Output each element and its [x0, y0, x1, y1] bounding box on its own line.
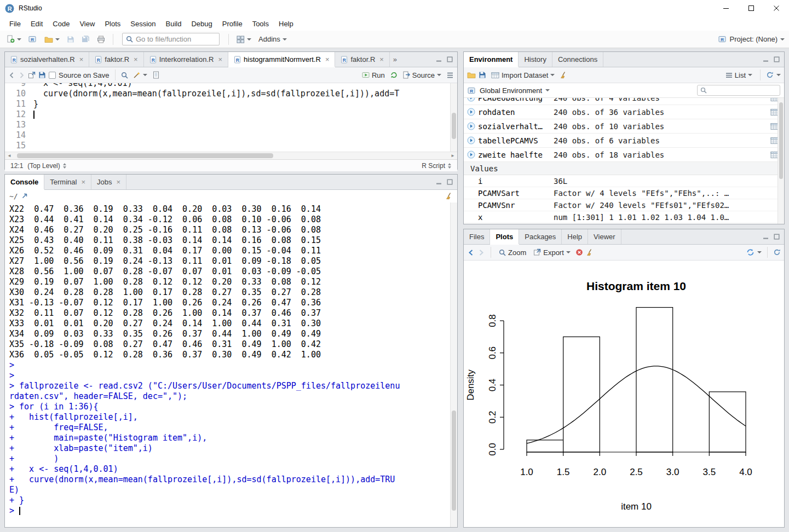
- run-button[interactable]: Run: [360, 70, 387, 80]
- open-file-button[interactable]: [42, 34, 62, 44]
- clear-objects-icon[interactable]: [560, 71, 567, 79]
- close-icon[interactable]: ×: [134, 55, 138, 63]
- close-icon[interactable]: ×: [379, 55, 384, 63]
- menu-debug[interactable]: Debug: [186, 18, 217, 30]
- env-object-pcamvsnr[interactable]: PCAMVSnrFactor w/ 240 levels "FEfs01","F…: [464, 199, 784, 211]
- minimize-button[interactable]: [713, 0, 739, 16]
- minimize-pane-icon[interactable]: [436, 56, 442, 62]
- chevron-down-icon[interactable]: [545, 89, 550, 91]
- close-icon[interactable]: ×: [81, 178, 85, 186]
- editor-horizontal-scrollbar[interactable]: ◄ ►: [5, 152, 457, 159]
- console-scrollbar[interactable]: [450, 203, 457, 527]
- env-object-zweite-haelfte[interactable]: zweite_haelfte240 obs. of 18 variables: [464, 148, 784, 162]
- source-on-save-checkbox[interactable]: [49, 72, 56, 79]
- tab-plots[interactable]: Plots: [490, 229, 519, 244]
- tab-history[interactable]: History: [519, 52, 552, 67]
- environment-scrollbar[interactable]: [778, 98, 784, 224]
- environment-search-box[interactable]: [697, 85, 780, 96]
- menu-tools[interactable]: Tools: [247, 18, 274, 30]
- tab-faktor-r[interactable]: Rfaktor.R×: [89, 52, 143, 67]
- env-object-i[interactable]: i36L: [464, 175, 784, 187]
- expand-icon[interactable]: [467, 108, 475, 116]
- tab-packages[interactable]: Packages: [519, 229, 562, 244]
- scroll-left-arrow[interactable]: ◄: [7, 152, 11, 160]
- compile-report-icon[interactable]: [152, 71, 160, 79]
- project-selector[interactable]: R Project: (None): [718, 35, 785, 43]
- minimize-pane-icon[interactable]: [763, 56, 769, 62]
- save-icon[interactable]: [38, 71, 46, 79]
- expand-icon[interactable]: [467, 151, 475, 159]
- code-editor[interactable]: 9 x <- seq(1,4,0.01)10 curve(dnorm(x,mea…: [5, 83, 457, 152]
- close-icon[interactable]: ×: [325, 55, 330, 63]
- addins-button[interactable]: Addins: [256, 34, 289, 44]
- tab-help[interactable]: Help: [562, 229, 588, 244]
- tab-faktor-r[interactable]: Rfaktor.R×: [335, 52, 389, 67]
- print-button[interactable]: [95, 34, 107, 44]
- chevron-down-icon[interactable]: [776, 74, 781, 76]
- popout-window-icon[interactable]: [28, 71, 36, 79]
- pane-layout-button[interactable]: [234, 34, 254, 44]
- save-workspace-icon[interactable]: [479, 71, 486, 79]
- close-icon[interactable]: ×: [116, 178, 120, 186]
- forward-icon[interactable]: [18, 72, 25, 79]
- expand-icon[interactable]: [467, 122, 475, 130]
- load-workspace-icon[interactable]: [467, 71, 476, 79]
- menu-help[interactable]: Help: [274, 18, 298, 30]
- menu-edit[interactable]: Edit: [26, 18, 48, 30]
- goto-file-box[interactable]: [122, 33, 220, 45]
- editor-vertical-scrollbar[interactable]: [450, 83, 457, 152]
- menu-session[interactable]: Session: [125, 18, 160, 30]
- code-tools-button[interactable]: [131, 70, 149, 80]
- scrollbar-thumb[interactable]: [452, 410, 456, 511]
- menu-profile[interactable]: Profile: [217, 18, 247, 30]
- menu-code[interactable]: Code: [48, 18, 74, 30]
- tab-terminal[interactable]: Terminal×: [44, 175, 91, 189]
- refresh-icon[interactable]: [766, 71, 774, 79]
- tab-jobs[interactable]: Jobs×: [91, 175, 126, 189]
- find-icon[interactable]: [121, 72, 128, 79]
- tab-files[interactable]: Files: [464, 229, 490, 244]
- rerun-icon[interactable]: [390, 71, 398, 79]
- save-button[interactable]: [65, 34, 77, 44]
- back-icon[interactable]: [8, 72, 15, 79]
- console-output[interactable]: X22 0.47 0.36 0.19 0.33 0.04 0.20 0.03 0…: [5, 202, 457, 516]
- maximize-pane-icon[interactable]: [774, 234, 780, 240]
- expand-icon[interactable]: [467, 98, 475, 102]
- refresh-icon[interactable]: [773, 248, 781, 256]
- menu-file[interactable]: File: [4, 18, 26, 30]
- maximize-pane-icon[interactable]: [447, 56, 453, 62]
- clear-plots-icon[interactable]: [586, 248, 594, 256]
- env-object-tabellepcamvs[interactable]: tabellePCAMVS240 obs. of 6 variables: [464, 134, 784, 148]
- file-type-selector[interactable]: R Script: [422, 162, 452, 170]
- previous-plot-icon[interactable]: [467, 249, 475, 256]
- scope-selector[interactable]: (Top Level): [27, 162, 66, 170]
- zoom-button[interactable]: Zoom: [497, 247, 528, 258]
- close-icon[interactable]: ×: [79, 55, 84, 63]
- scrollbar-thumb[interactable]: [452, 113, 456, 139]
- tab-overflow-icon[interactable]: »: [390, 52, 400, 67]
- minimize-pane-icon[interactable]: [436, 179, 442, 185]
- maximize-pane-icon[interactable]: [447, 179, 453, 185]
- new-project-button[interactable]: R: [26, 34, 39, 44]
- tab-console[interactable]: Console: [5, 175, 44, 189]
- scope-selector-label[interactable]: Global Environment: [480, 86, 542, 95]
- scrollbar-thumb[interactable]: [779, 102, 783, 179]
- chevron-down-icon[interactable]: [757, 251, 762, 253]
- goto-file-input[interactable]: [136, 35, 216, 43]
- clear-console-icon[interactable]: [445, 192, 453, 200]
- environment-search-input[interactable]: [709, 86, 789, 94]
- menu-view[interactable]: View: [74, 18, 100, 30]
- scroll-right-arrow[interactable]: ►: [451, 152, 455, 160]
- tab-connections[interactable]: Connections: [552, 52, 603, 67]
- tab-sozialverhalten-r[interactable]: Rsozialverhalten.R×: [5, 52, 89, 67]
- maximize-button[interactable]: [739, 0, 764, 16]
- env-object-pcamvsart[interactable]: PCAMVSartFactor w/ 4 levels "FEfs","FEhs…: [464, 187, 784, 199]
- env-object-pcabeobachtung[interactable]: PCAbeobachtung240 obs. of 4 variables: [464, 98, 784, 105]
- env-object-rohdaten[interactable]: rohdaten240 obs. of 36 variables: [464, 105, 784, 119]
- tab-interkorrelation-r[interactable]: RInterkorrelation.R×: [144, 52, 228, 67]
- import-dataset-button[interactable]: Import Dataset: [489, 70, 557, 80]
- list-view-button[interactable]: List: [723, 70, 755, 80]
- menu-build[interactable]: Build: [161, 18, 187, 30]
- document-outline-icon[interactable]: [446, 72, 454, 79]
- tab-environment[interactable]: Environment: [464, 52, 519, 67]
